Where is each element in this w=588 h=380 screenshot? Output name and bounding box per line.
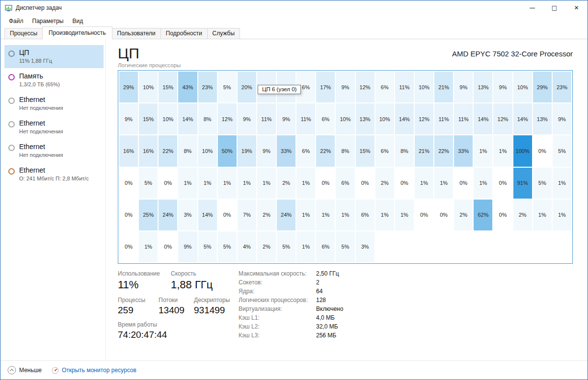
- cpu-core-cell[interactable]: 5%: [553, 135, 571, 166]
- cpu-core-cell[interactable]: 8%: [395, 135, 414, 166]
- cpu-core-cell[interactable]: 9%: [119, 103, 138, 134]
- cpu-core-cell[interactable]: 3%: [356, 231, 374, 262]
- cpu-core-cell[interactable]: 29%: [533, 72, 552, 102]
- cpu-core-cell[interactable]: 15%: [139, 103, 158, 134]
- cpu-core-cell[interactable]: 0%: [415, 200, 433, 230]
- cpu-core-cell[interactable]: 9%: [277, 103, 295, 134]
- cpu-core-cell[interactable]: 62%: [474, 200, 492, 230]
- cpu-core-cell[interactable]: 0%: [493, 168, 512, 199]
- cpu-core-cell[interactable]: 1%: [296, 231, 315, 262]
- cpu-core-cell[interactable]: 5%: [336, 231, 354, 262]
- cpu-core-cell[interactable]: 6%: [316, 103, 335, 134]
- cpu-core-cell[interactable]: 14%: [395, 103, 414, 134]
- cpu-core-cell[interactable]: 5%: [218, 231, 237, 262]
- close-button[interactable]: ✕: [565, 0, 588, 15]
- cpu-core-cell[interactable]: 50%: [218, 135, 237, 166]
- cpu-core-cell[interactable]: 1%: [178, 168, 197, 199]
- cpu-core-cell[interactable]: 6%: [296, 135, 315, 166]
- cpu-core-cell[interactable]: 22%: [316, 135, 335, 166]
- cpu-core-cell[interactable]: 1%: [139, 231, 158, 262]
- cpu-core-cell[interactable]: 0%: [533, 135, 552, 166]
- cpu-core-cell[interactable]: 14%: [474, 103, 492, 134]
- cpu-core-cell[interactable]: 2%: [375, 168, 394, 199]
- maximize-button[interactable]: □: [543, 0, 565, 15]
- cpu-core-cell[interactable]: 1%: [296, 168, 315, 199]
- cpu-core-cell[interactable]: 1%: [218, 168, 237, 199]
- cpu-core-cell[interactable]: 5%: [533, 168, 552, 199]
- cpu-core-cell[interactable]: 1%: [316, 200, 335, 230]
- sidebar-item-ethernet-1[interactable]: EthernetНет подключения: [4, 92, 104, 115]
- sidebar-item-ethernet-2[interactable]: EthernetНет подключения: [4, 116, 104, 139]
- cpu-core-cell[interactable]: 1%: [553, 200, 571, 230]
- cpu-core-cell[interactable]: 10%: [198, 135, 217, 166]
- cpu-core-cell[interactable]: 2%: [513, 200, 532, 230]
- cpu-core-cell[interactable]: 91%: [513, 168, 532, 199]
- cpu-core-cell[interactable]: 9%: [257, 135, 276, 166]
- cpu-core-cell[interactable]: 24%: [159, 200, 177, 230]
- cpu-core-cell[interactable]: 8%: [178, 135, 197, 166]
- cpu-core-cell[interactable]: 7%: [238, 200, 256, 230]
- cpu-core-cell[interactable]: 0%: [434, 200, 453, 230]
- cpu-core-cell[interactable]: 19%: [238, 135, 256, 166]
- cpu-core-cell[interactable]: 14%: [178, 103, 197, 134]
- cpu-core-cell[interactable]: 11%: [296, 103, 315, 134]
- cpu-core-cell[interactable]: 1%: [493, 135, 512, 166]
- cpu-core-cell[interactable]: 8%: [198, 103, 217, 134]
- cpu-core-cell[interactable]: 13%: [474, 72, 492, 102]
- tab-processes[interactable]: Процессы: [4, 28, 43, 39]
- cpu-core-cell[interactable]: 1%: [198, 168, 217, 199]
- cpu-core-cell[interactable]: 2%: [257, 200, 276, 230]
- cpu-core-cell[interactable]: 12%: [356, 72, 374, 102]
- cpu-core-cell[interactable]: 0%: [493, 200, 512, 230]
- cpu-core-cell[interactable]: 12%: [415, 103, 433, 134]
- cpu-core-cell[interactable]: 22%: [434, 135, 453, 166]
- cpu-core-cell[interactable]: 6%: [375, 135, 394, 166]
- cpu-core-cell[interactable]: 11%: [257, 103, 276, 134]
- cpu-core-cell[interactable]: 12%: [493, 103, 512, 134]
- cpu-core-cell[interactable]: 11%: [454, 103, 473, 134]
- cpu-core-cell[interactable]: 1%: [474, 135, 492, 166]
- minimize-button[interactable]: —: [521, 0, 543, 15]
- cpu-core-cell[interactable]: 14%: [198, 200, 217, 230]
- cpu-core-cell[interactable]: 25%: [139, 200, 158, 230]
- cpu-core-cell[interactable]: 11%: [395, 72, 414, 102]
- cpu-core-cell[interactable]: 8%: [336, 135, 354, 166]
- cpu-core-cell[interactable]: 9%: [238, 103, 256, 134]
- cpu-core-cell[interactable]: 9%: [454, 72, 473, 102]
- cpu-core-cell[interactable]: 0%: [395, 168, 414, 199]
- cpu-core-cell[interactable]: 100%: [513, 135, 532, 166]
- fewer-details-button[interactable]: Меньше: [7, 366, 42, 375]
- cpu-core-cell[interactable]: 0%: [159, 231, 177, 262]
- cpu-core-cell[interactable]: 23%: [198, 72, 217, 102]
- cpu-core-cell[interactable]: 10%: [415, 72, 433, 102]
- tab-details[interactable]: Подробности: [160, 28, 208, 39]
- cpu-core-cell[interactable]: 9%: [493, 72, 512, 102]
- cpu-core-cell[interactable]: 0%: [119, 168, 138, 199]
- cpu-core-cell[interactable]: 1%: [336, 200, 354, 230]
- open-resource-monitor-link[interactable]: Открыть монитор ресурсов: [52, 367, 136, 374]
- sidebar-item-memory[interactable]: Память1,3/2,0 ТБ (65%): [4, 69, 104, 92]
- cpu-core-cell[interactable]: 15%: [159, 72, 177, 102]
- cpu-core-cell[interactable]: 0%: [119, 200, 138, 230]
- cpu-core-cell[interactable]: 3%: [178, 200, 197, 230]
- cpu-core-cell[interactable]: 1%: [257, 168, 276, 199]
- tab-services[interactable]: Службы: [207, 28, 240, 39]
- cpu-core-cell[interactable]: 0%: [218, 200, 237, 230]
- cpu-core-cell[interactable]: 1%: [533, 200, 552, 230]
- cpu-core-cell[interactable]: 16%: [139, 135, 158, 166]
- cpu-core-cell[interactable]: 5%: [277, 231, 295, 262]
- cpu-core-cell[interactable]: 21%: [415, 135, 433, 166]
- cpu-core-cell[interactable]: 2%: [454, 200, 473, 230]
- cpu-core-cell[interactable]: 5%: [198, 231, 217, 262]
- cpu-core-cell[interactable]: 0%: [159, 168, 177, 199]
- cpu-core-cell[interactable]: 29%: [119, 72, 138, 102]
- cpu-core-cell[interactable]: 0%: [316, 168, 335, 199]
- cpu-core-cell[interactable]: 33%: [277, 135, 295, 166]
- cpu-core-cell[interactable]: 5%: [139, 168, 158, 199]
- cpu-core-cell[interactable]: 0%: [454, 168, 473, 199]
- cpu-core-cell[interactable]: 0%: [356, 168, 374, 199]
- cpu-core-cell[interactable]: 1%: [375, 200, 394, 230]
- sidebar-item-ethernet-4[interactable]: EthernetО: 241 Мбит/с П: 2,8 Мбит/с: [4, 163, 104, 186]
- cpu-core-cell[interactable]: 10%: [336, 103, 354, 134]
- menu-view[interactable]: Вид: [68, 16, 87, 26]
